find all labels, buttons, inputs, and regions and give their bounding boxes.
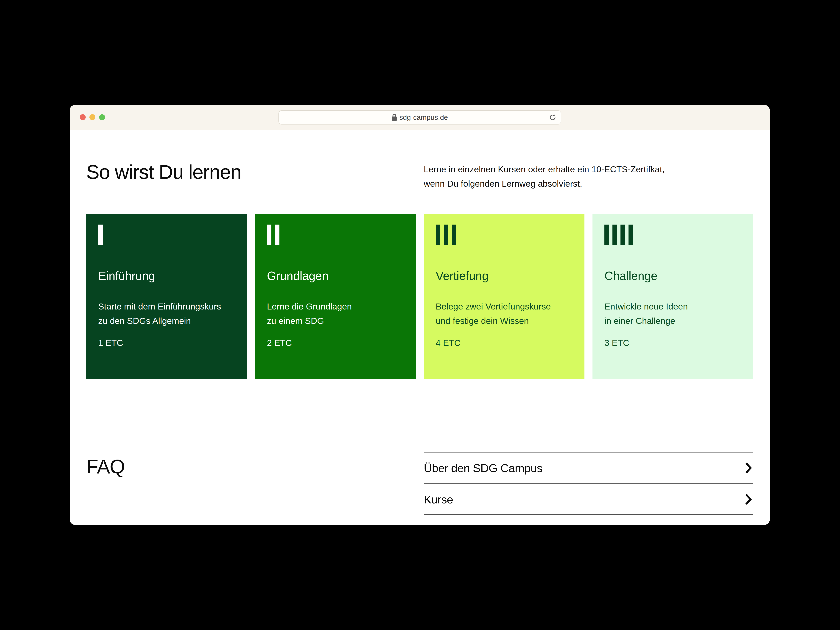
card-vertiefung: Vertiefung Belege zwei Vertiefungskurse …: [424, 214, 584, 379]
faq-section: FAQ Über den SDG Campus Kurse: [86, 452, 753, 515]
lock-icon: [392, 114, 397, 121]
card-title: Challenge: [605, 269, 741, 283]
card-credits: 1 ETC: [98, 337, 235, 349]
faq-item-label: Kurse: [424, 493, 453, 506]
intro-line: Lerne in einzelnen Kursen oder erhalte e…: [424, 162, 753, 177]
card-description: Lerne die Grundlagen zu einem SDG: [267, 299, 404, 328]
reload-icon[interactable]: [548, 113, 557, 122]
card-description: Entwickle neue Ideen in einer Challenge: [605, 299, 741, 328]
card-credits: 4 ETC: [436, 337, 573, 349]
url-bar[interactable]: sdg-campus.de: [278, 111, 561, 125]
page-title: So wirst Du lernen: [86, 162, 416, 191]
minimize-window-button[interactable]: [89, 114, 95, 120]
card-title: Vertiefung: [436, 269, 573, 283]
level-4-bars-icon: [605, 224, 741, 245]
intro-line: wenn Du folgenden Lernweg absolvierst.: [424, 177, 753, 191]
chevron-right-icon: [745, 493, 752, 505]
level-3-bars-icon: [436, 224, 573, 245]
card-description: Starte mit dem Einführungskurs zu den SD…: [98, 299, 235, 328]
card-credits: 2 ETC: [267, 337, 404, 349]
faq-heading: FAQ: [86, 456, 416, 515]
level-1-bars-icon: [98, 224, 235, 245]
card-grundlagen: Grundlagen Lerne die Grundlagen zu einem…: [255, 214, 416, 379]
faq-item-ueber-den-sdg-campus[interactable]: Über den SDG Campus: [424, 452, 753, 483]
learning-path-cards: Einführung Starte mit dem Einführungskur…: [86, 214, 753, 379]
intro-text: Lerne in einzelnen Kursen oder erhalte e…: [424, 162, 753, 191]
page-content: So wirst Du lernen Lerne in einzelnen Ku…: [69, 162, 770, 515]
chevron-right-icon: [745, 462, 752, 474]
level-2-bars-icon: [267, 224, 404, 245]
card-description: Belege zwei Vertiefungskurse und festige…: [436, 299, 573, 328]
card-title: Einführung: [98, 269, 235, 283]
card-title: Grundlagen: [267, 269, 404, 283]
card-einfuehrung: Einführung Starte mit dem Einführungskur…: [86, 214, 247, 379]
faq-list: Über den SDG Campus Kurse: [424, 452, 753, 515]
window-controls: [80, 114, 105, 120]
browser-window: sdg-campus.de So wirst Du lernen Lerne i…: [69, 105, 770, 525]
faq-item-kurse[interactable]: Kurse: [424, 483, 753, 515]
card-credits: 3 ETC: [605, 337, 741, 349]
learning-path-header: So wirst Du lernen Lerne in einzelnen Ku…: [86, 162, 753, 191]
zoom-window-button[interactable]: [99, 114, 105, 120]
url-text: sdg-campus.de: [399, 114, 448, 122]
card-challenge: Challenge Entwickle neue Ideen in einer …: [592, 214, 753, 379]
browser-toolbar: sdg-campus.de: [69, 105, 770, 130]
close-window-button[interactable]: [80, 114, 86, 120]
faq-item-label: Über den SDG Campus: [424, 461, 542, 475]
